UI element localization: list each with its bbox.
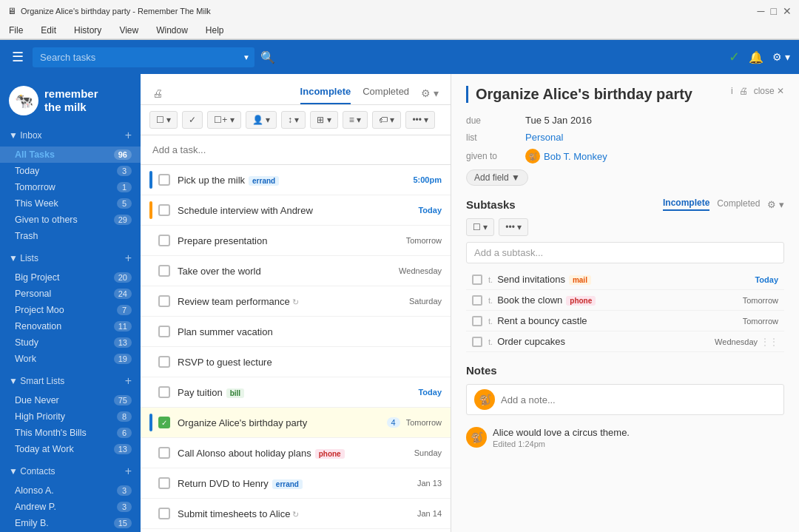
sidebar-item-renovation[interactable]: Renovation11: [0, 318, 141, 334]
menu-window[interactable]: Window: [153, 24, 191, 37]
menu-help[interactable]: Help: [203, 24, 227, 37]
lists-section-header[interactable]: ▼ Lists +: [0, 247, 141, 269]
smartlists-section-header[interactable]: ▼ Smart Lists +: [0, 370, 141, 392]
sidebar-item-all-tasks[interactable]: All Tasks96: [0, 147, 141, 163]
task-checkbox[interactable]: [158, 477, 170, 489]
task-item[interactable]: Call Alonso about holiday plansphone Sun…: [141, 438, 451, 468]
task-checkbox[interactable]: [158, 204, 170, 216]
bell-icon[interactable]: 🔔: [749, 50, 763, 64]
sidebar-item-work[interactable]: Work19: [0, 351, 141, 367]
add-task-input[interactable]: [149, 141, 442, 158]
subtask-tab-incomplete[interactable]: Incomplete: [663, 198, 709, 211]
subtask-item[interactable]: t. Order cupcakes Wednesday ⋮⋮: [466, 331, 784, 352]
sort-button[interactable]: ↕ ▾: [281, 111, 306, 129]
subtask-checkbox[interactable]: [472, 316, 482, 326]
task-item[interactable]: Make dinner reservations at Gary Danko J…: [141, 529, 451, 532]
sidebar-item-today[interactable]: Today3: [0, 163, 141, 179]
sidebar-item-study[interactable]: Study13: [0, 334, 141, 351]
task-item[interactable]: Pay tuitionbill Today: [141, 377, 451, 408]
assign-button[interactable]: 👤 ▾: [246, 111, 277, 129]
sidebar-item-big-project[interactable]: Big Project20: [0, 269, 141, 286]
subtask-item[interactable]: t. Send invitationsmail Today: [466, 269, 784, 290]
due-value[interactable]: Tue 5 Jan 2016: [525, 115, 592, 126]
contacts-add-icon[interactable]: +: [125, 465, 132, 478]
task-item[interactable]: Submit timesheets to Alice↻ Jan 14: [141, 499, 451, 529]
search-dropdown-button[interactable]: ▼: [243, 53, 250, 61]
sidebar-item-this-month's-bills[interactable]: This Month's Bills6: [0, 425, 141, 441]
sidebar-item-project-moo[interactable]: Project Moo7: [0, 302, 141, 318]
menu-edit[interactable]: Edit: [38, 24, 59, 37]
add-field-button[interactable]: Add field ▼: [466, 169, 528, 186]
sidebar-item-tomorrow[interactable]: Tomorrow1: [0, 179, 141, 195]
sidebar-item-today-at-work[interactable]: Today at Work13: [0, 441, 141, 457]
tab-incomplete[interactable]: Incomplete: [300, 81, 351, 104]
task-checkbox[interactable]: [158, 508, 170, 519]
task-item[interactable]: Organize Alice's birthday party 4 Tomorr…: [141, 408, 451, 438]
menu-view[interactable]: View: [116, 24, 141, 37]
sidebar-item-this-week[interactable]: This Week5: [0, 195, 141, 212]
menu-file[interactable]: File: [6, 24, 26, 37]
sidebar-item-given-to-others[interactable]: Given to others29: [0, 212, 141, 228]
detail-info-icon[interactable]: i: [731, 86, 733, 96]
sidebar-item-alonso-a.[interactable]: Alonso A.3: [0, 482, 141, 499]
contacts-section-header[interactable]: ▼ Contacts +: [0, 460, 141, 482]
subtask-item[interactable]: t. Book the clownphone Tomorrow: [466, 290, 784, 311]
search-input[interactable]: [33, 47, 254, 67]
more-button[interactable]: ••• ▾: [405, 111, 435, 129]
menu-history[interactable]: History: [71, 24, 104, 37]
subtask-checkbox[interactable]: [472, 295, 482, 306]
maximize-button[interactable]: □: [771, 5, 777, 17]
inbox-section-header[interactable]: ▼ Inbox +: [0, 124, 141, 147]
task-item[interactable]: Return DVD to Henryerrand Jan 13: [141, 468, 451, 499]
subtask-item[interactable]: t. Rent a bouncy castle Tomorrow: [466, 311, 784, 331]
sidebar-item-trash[interactable]: Trash: [0, 228, 141, 244]
task-checkbox[interactable]: [158, 265, 170, 277]
given-to-value[interactable]: Bob T. Monkey: [544, 151, 607, 162]
task-checkbox[interactable]: [158, 417, 170, 428]
close-button[interactable]: ✕: [783, 5, 792, 17]
task-checkbox[interactable]: [158, 235, 170, 246]
task-settings-button[interactable]: ⚙ ▾: [421, 87, 439, 99]
task-checkbox[interactable]: [158, 356, 170, 368]
print-icon[interactable]: 🖨: [152, 87, 163, 99]
task-item[interactable]: RSVP to guest lecture: [141, 347, 451, 377]
task-item[interactable]: Schedule interview with Andrew Today: [141, 195, 451, 226]
hamburger-button[interactable]: ☰: [9, 46, 27, 68]
settings-button[interactable]: ⚙ ▾: [772, 51, 790, 63]
subtasks-settings-button[interactable]: ⚙ ▾: [767, 199, 784, 210]
search-button[interactable]: 🔍: [260, 50, 275, 64]
subtask-drag-handle[interactable]: ⋮⋮: [761, 337, 778, 347]
add-subtask-row[interactable]: Add a subtask...: [466, 242, 784, 263]
subtask-more-button[interactable]: ••• ▾: [499, 218, 528, 236]
task-checkbox[interactable]: [158, 174, 170, 186]
list-value[interactable]: Personal: [525, 132, 563, 143]
sidebar-item-emily-b.[interactable]: Emily B.15: [0, 515, 141, 531]
detail-close-button[interactable]: close ✕: [754, 86, 784, 96]
task-checkbox[interactable]: [158, 295, 170, 307]
task-item[interactable]: Take over the world Wednesday: [141, 256, 451, 286]
task-checkbox[interactable]: [158, 326, 170, 337]
format-button[interactable]: ≡ ▾: [343, 111, 368, 129]
sidebar-item-andrew-p.[interactable]: Andrew P.3: [0, 499, 141, 515]
sidebar-item-due-never[interactable]: Due Never75: [0, 392, 141, 408]
check-done-button[interactable]: ✓: [182, 111, 203, 129]
task-item[interactable]: Plan summer vacation: [141, 317, 451, 347]
subtask-select-button[interactable]: ☐ ▾: [466, 218, 494, 236]
tag-button[interactable]: 🏷 ▾: [372, 111, 401, 129]
add-note-input[interactable]: [501, 394, 776, 405]
tab-completed[interactable]: Completed: [363, 81, 409, 104]
inbox-add-icon[interactable]: +: [125, 129, 132, 142]
task-item[interactable]: Pick up the milkerrand 5:00pm: [141, 165, 451, 195]
add-to-list-button[interactable]: ☐+ ▾: [207, 111, 240, 129]
task-checkbox[interactable]: [158, 386, 170, 398]
window-controls[interactable]: ─ □ ✕: [758, 5, 792, 17]
detail-print-icon[interactable]: 🖨: [739, 86, 748, 96]
lists-add-icon[interactable]: +: [125, 252, 132, 265]
sidebar-item-high-priority[interactable]: High Priority8: [0, 408, 141, 425]
smartlists-add-icon[interactable]: +: [125, 374, 132, 388]
task-item[interactable]: Review team performance↻ Saturday: [141, 286, 451, 317]
sidebar-item-personal[interactable]: Personal24: [0, 286, 141, 302]
subtask-tab-completed[interactable]: Completed: [717, 198, 760, 210]
select-all-button[interactable]: ☐ ▾: [149, 111, 178, 129]
view-button[interactable]: ⊞ ▾: [310, 111, 337, 129]
